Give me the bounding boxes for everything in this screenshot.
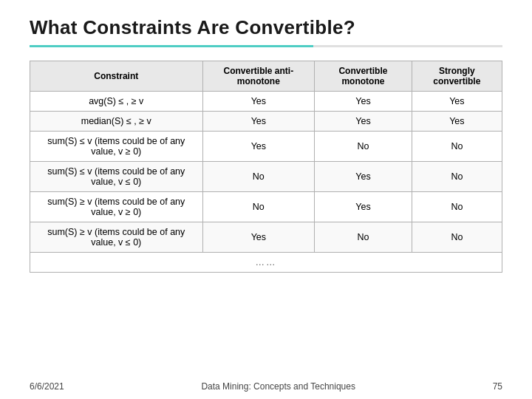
table-row: avg(S) ≤ , ≥ vYesYesYes: [30, 92, 502, 112]
cell-anti-monotone: Yes: [202, 222, 315, 253]
constraints-table: Constraint Convertible anti-monotone Con…: [30, 61, 502, 273]
cell-monotone: No: [315, 222, 412, 253]
cell-anti-monotone: Yes: [202, 92, 315, 112]
cell-monotone: Yes: [315, 92, 412, 112]
cell-monotone: Yes: [315, 162, 412, 192]
cell-strongly: Yes: [412, 112, 502, 132]
cell-monotone: No: [315, 132, 412, 162]
col-constraint: Constraint: [30, 61, 203, 92]
col-anti-monotone: Convertible anti-monotone: [202, 61, 315, 92]
cell-constraint: median(S) ≤ , ≥ v: [30, 112, 203, 132]
cell-constraint: sum(S) ≥ v (items could be of any value,…: [30, 192, 203, 222]
footer: 6/6/2021 Data Mining: Concepts and Techn…: [30, 381, 502, 392]
table-row: sum(S) ≤ v (items could be of any value,…: [30, 132, 502, 162]
cell-constraint: sum(S) ≤ v (items could be of any value,…: [30, 132, 203, 162]
cell-anti-monotone: No: [202, 162, 315, 192]
footer-date: 6/6/2021: [30, 381, 64, 392]
table-row: sum(S) ≥ v (items could be of any value,…: [30, 222, 502, 253]
table-header-row: Constraint Convertible anti-monotone Con…: [30, 61, 502, 92]
cell-strongly: No: [412, 162, 502, 192]
cell-anti-monotone: No: [202, 192, 315, 222]
cell-anti-monotone: Yes: [202, 132, 315, 162]
page: What Constraints Are Convertible? Constr…: [0, 0, 532, 399]
cell-strongly: No: [412, 222, 502, 253]
cell-strongly: No: [412, 132, 502, 162]
dots-cell: ……: [30, 253, 502, 273]
footer-page: 75: [493, 381, 502, 392]
cell-constraint: sum(S) ≥ v (items could be of any value,…: [30, 222, 203, 253]
table-row: median(S) ≤ , ≥ vYesYesYes: [30, 112, 502, 132]
divider: [30, 45, 502, 47]
footer-center: Data Mining: Concepts and Techniques: [201, 381, 355, 392]
cell-constraint: avg(S) ≤ , ≥ v: [30, 92, 203, 112]
table-row: sum(S) ≤ v (items could be of any value,…: [30, 162, 502, 192]
page-title: What Constraints Are Convertible?: [30, 16, 502, 39]
table-container: Constraint Convertible anti-monotone Con…: [30, 61, 502, 273]
cell-anti-monotone: Yes: [202, 112, 315, 132]
dots-row: ……: [30, 253, 502, 273]
cell-constraint: sum(S) ≤ v (items could be of any value,…: [30, 162, 203, 192]
table-row: sum(S) ≥ v (items could be of any value,…: [30, 192, 502, 222]
col-strongly: Strongly convertible: [412, 61, 502, 92]
col-monotone: Convertible monotone: [315, 61, 412, 92]
cell-monotone: Yes: [315, 192, 412, 222]
cell-strongly: Yes: [412, 92, 502, 112]
cell-monotone: Yes: [315, 112, 412, 132]
cell-strongly: No: [412, 192, 502, 222]
header: What Constraints Are Convertible?: [0, 0, 532, 45]
